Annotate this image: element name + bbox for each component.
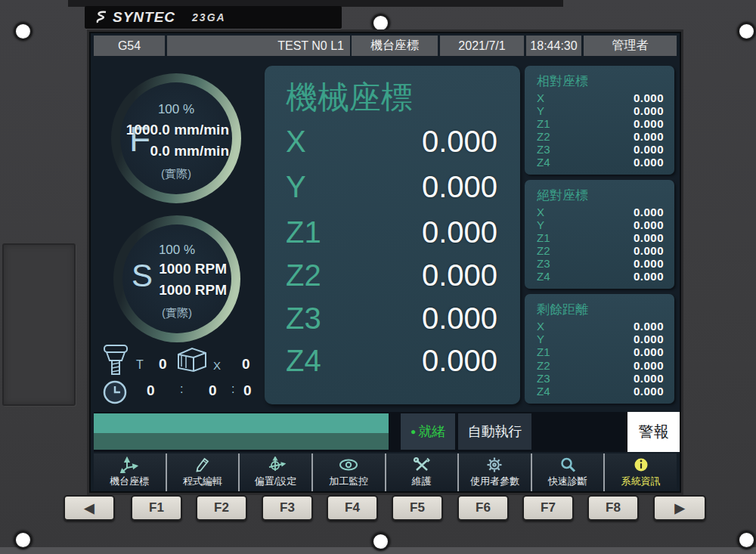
alarm-button[interactable]: 警報 <box>627 412 680 452</box>
workpiece-count-value: 0 <box>242 356 250 373</box>
axis-label: Y <box>537 219 544 231</box>
distance-to-go-panel: 剩餘距離 X0.000 Y0.000 Z10.000 Z20.000 Z30.0… <box>525 294 674 404</box>
panel-title: 絕對座標 <box>537 187 588 204</box>
softkey-label: 快速診斷 <box>548 475 587 488</box>
workpiece-icon <box>174 345 209 374</box>
axis-label: Y <box>537 333 544 345</box>
softkey-maintenance[interactable]: 維護 <box>386 453 458 491</box>
axis-value: 0.000 <box>634 232 664 244</box>
softkey-user-params[interactable]: 使用者參數 <box>459 453 531 491</box>
axis-value: 0.000 <box>422 215 497 249</box>
axis-value: 0.000 <box>634 320 664 333</box>
f5-key[interactable]: F5 <box>392 495 443 521</box>
f7-key[interactable]: F7 <box>522 495 574 521</box>
axis-row: Z10.000 <box>286 215 497 249</box>
axis-value: 0.000 <box>422 170 497 204</box>
axis-value: 0.000 <box>634 219 664 231</box>
feed-actual-value: 0.0 mm/min <box>150 143 229 159</box>
screw-top-right <box>737 22 756 41</box>
axis-label: Z3 <box>537 258 550 270</box>
axis-value: 0.000 <box>634 206 664 218</box>
panel-title: 相對座標 <box>537 73 588 90</box>
softkey-label: 加工監控 <box>329 475 368 488</box>
display-screen: G54 TEST N0 L1 機台座標 2021/7/1 18:44:30 管理… <box>89 32 681 493</box>
axis-label: Z4 <box>286 344 321 378</box>
f8-key[interactable]: F8 <box>587 495 639 521</box>
axis-label: Z1 <box>537 232 550 244</box>
tool-icon <box>102 344 131 377</box>
axis-label: X <box>537 206 544 218</box>
axis-row: Z40.000 <box>537 156 664 169</box>
axis-row: Z10.000 <box>537 118 664 130</box>
axis-row: X0.000 <box>537 206 664 218</box>
f4-key[interactable]: F4 <box>327 495 378 521</box>
axis-value: 0.000 <box>634 156 664 169</box>
page-left-key[interactable]: ◀ <box>64 495 115 521</box>
softkey-program-edit[interactable]: 程式編輯 <box>167 453 239 491</box>
softkey-machine-coords[interactable]: 機台座標 <box>94 453 166 491</box>
softkey-label: 使用者參數 <box>470 475 519 488</box>
axis-value: 0.000 <box>634 360 664 372</box>
axis-value: 0.000 <box>422 125 497 159</box>
axis-value: 0.000 <box>634 245 664 257</box>
workpiece-count-label: X <box>213 359 221 372</box>
axis-value: 0.000 <box>634 346 664 358</box>
axis-label: Z1 <box>537 346 550 358</box>
axis-label: Z1 <box>537 118 550 130</box>
page-right-key[interactable]: ▶ <box>653 495 706 521</box>
axis-row: Y0.000 <box>537 333 664 345</box>
axis-label: Z2 <box>537 131 550 143</box>
axis-row: Z20.000 <box>286 258 497 292</box>
axis-value: 0.000 <box>634 105 664 117</box>
f2-key[interactable]: F2 <box>196 495 247 521</box>
f6-key[interactable]: F6 <box>457 495 509 521</box>
axis-label: Z4 <box>537 385 550 398</box>
ready-status: ● 就緒 <box>401 413 455 450</box>
axis-row: Y0.000 <box>537 219 664 231</box>
axes-icon <box>119 456 139 474</box>
status-time: 18:44:30 <box>526 36 581 56</box>
axis-value: 0.000 <box>634 271 664 283</box>
f3-key[interactable]: F3 <box>262 495 313 521</box>
ready-indicator-dot: ● <box>411 426 416 437</box>
softkey-label: 程式編輯 <box>183 475 222 488</box>
status-program: TEST N0 L1 <box>167 36 350 56</box>
mode-status: 自動執行 <box>458 413 531 450</box>
brand-name: SYNTEC <box>113 9 175 26</box>
axis-row: Z20.000 <box>537 245 664 257</box>
machine-coords-title: 機械座標 <box>286 76 413 119</box>
axis-value: 0.000 <box>422 258 497 292</box>
status-user: 管理者 <box>584 36 677 56</box>
axis-value: 0.000 <box>634 118 664 130</box>
feed-override-percent: 100 % <box>111 102 241 117</box>
axis-label: Z2 <box>286 258 321 292</box>
axis-row: Z10.000 <box>537 232 664 244</box>
status-date: 2021/7/1 <box>440 36 524 56</box>
relative-coords-panel: 相對座標 X0.000 Y0.000 Z10.000 Z20.000 Z30.0… <box>525 66 674 175</box>
screw-bottom-left <box>14 531 33 549</box>
progress-bar <box>94 413 389 450</box>
axis-label: Z3 <box>286 302 321 336</box>
axis-label: Z4 <box>537 271 550 283</box>
softkey-bar: 機台座標 程式編輯 偏置/設定 加工監控 維護 <box>94 453 677 491</box>
f1-key[interactable]: F1 <box>131 495 182 521</box>
spindle-gauge: 100 % S 1000 RPM 1000 RPM (實際) <box>113 215 240 342</box>
softkey-quick-diagnosis[interactable]: 快速診斷 <box>532 453 604 491</box>
axis-value: 0.000 <box>634 92 664 104</box>
feed-actual-label: (實際) <box>111 167 241 181</box>
clock-icon <box>102 379 128 405</box>
softkey-label: 維護 <box>412 475 432 488</box>
axis-value: 0.000 <box>634 333 664 345</box>
axis-row: Z30.000 <box>537 373 664 385</box>
spindle-override-percent: 100 % <box>113 243 240 258</box>
screw-top-left <box>14 22 33 41</box>
softkey-machining-monitor[interactable]: 加工監控 <box>313 453 385 491</box>
cut-time-hours: 0 <box>147 382 155 399</box>
status-gcode: G54 <box>94 36 165 56</box>
softkey-offset-setting[interactable]: 偏置/設定 <box>240 453 311 491</box>
machine-coords-panel: 機械座標 X0.000 Y0.000 Z10.000 Z20.000 Z30.0… <box>265 66 520 404</box>
axis-row: Y0.000 <box>286 170 497 204</box>
feed-gauge: 100 % F 1000.0 mm/min 0.0 mm/min (實際) <box>111 73 241 203</box>
axis-label: Z2 <box>537 360 550 372</box>
softkey-system-info[interactable]: 系統資訊 <box>605 453 677 491</box>
